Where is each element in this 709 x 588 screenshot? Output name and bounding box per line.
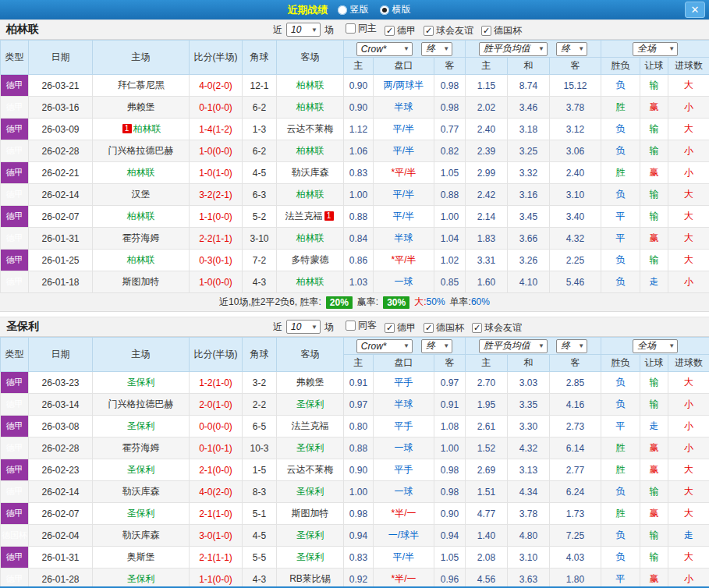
handicap-away-odds-cell: 0.98 [434,75,466,97]
cover-rate-label: 赢率: [357,296,378,309]
close-button[interactable]: ✕ [685,2,705,18]
avg-time-select[interactable]: 终 [556,339,587,353]
avg-odds-select[interactable]: 胜平负均值 [479,339,548,353]
avg-odds-select[interactable]: 胜平负均值 [479,42,548,56]
scope-select[interactable]: 全场 [633,339,678,353]
lose-odds-cell: 5.46 [550,271,601,293]
league-cell: 德甲 [1,569,29,588]
draw-odds-cell: 3.63 [508,569,550,588]
result-cell: 胜 [601,503,640,525]
matches-tbody: 德甲26-03-21拜仁慕尼黑4-0(2-0)12-1柏林联0.90两/两球半0… [1,75,709,293]
filter-checkbox-1[interactable]: ✓德甲 [385,321,416,335]
col-eu-home: 主 [466,355,508,372]
col-type: 类型 [1,41,29,75]
team-text: 柏林联 [296,101,324,112]
filter-checkbox-2[interactable]: ✓球会友谊 [424,24,473,37]
corner-cell: 1-5 [243,459,277,481]
checkbox-label: 同主 [358,22,377,35]
match-row: 德甲26-02-28霍芬海姆0-1(0-1)10-3圣保利0.88一球1.001… [1,437,709,459]
col-handicap-away: 客 [434,58,466,75]
chevron-down-icon [668,45,675,52]
goals-result-cell: 小 [668,394,709,416]
col-eu-home: 主 [466,58,508,75]
away-team-cell: 圣保利 [277,525,344,547]
odds-time-select[interactable]: 终 [421,42,452,56]
date-cell: 26-03-21 [29,75,93,97]
team-text: 云达不莱梅 [287,464,334,475]
draw-odds-cell: 3.78 [508,503,550,525]
corner-cell: 4-3 [243,271,277,293]
summary-bar: 近10场,胜2平2负6, 胜率:20%赢率:30%大:50%单率:60% [0,293,709,312]
score-cell: 0-1(0-1) [190,437,243,459]
match-row: 德甲26-01-28圣保利1-1(0-0)4-3RB莱比锡0.92*半/一0.9… [1,569,709,588]
scope-select[interactable]: 全场 [633,42,678,56]
date-cell: 26-02-07 [29,503,93,525]
match-row: 德甲26-03-16弗赖堡0-1(0-0)6-2柏林联0.90半球0.982.0… [1,97,709,119]
filter-checkbox-0[interactable]: 同主 [346,22,377,35]
result-cell: 平 [601,416,640,437]
handicap-result-cell: 赢 [640,503,668,525]
date-cell: 26-01-31 [29,547,93,569]
team-text: 门兴格拉德巴赫 [108,398,174,409]
result-cell: 平 [601,228,640,250]
lose-odds-cell: 3.06 [550,140,601,162]
win-odds-cell: 2.69 [466,459,508,481]
match-row: 德甲26-01-31霍芬海姆2-2(1-1)3-10柏林联0.84半球1.041… [1,228,709,250]
handicap-home-odds-cell: 0.90 [344,75,374,97]
team-name: 圣保利 [6,320,39,334]
win-odds-cell: 4.56 [466,569,508,588]
handicap-home-odds-cell: 0.80 [344,416,374,437]
home-team-cell: 汉堡 [93,184,190,206]
filter-checkbox-1[interactable]: ✓德甲 [385,24,416,37]
filter-checkbox-0[interactable]: 同客 [346,319,377,332]
titlebar: 近期战绩 竖版横版 ✕ [0,0,709,19]
win-odds-cell: 2.02 [466,97,508,119]
odds-time-select[interactable]: 终 [421,339,452,353]
home-team-cell: 圣保利 [93,569,190,588]
team-text: 弗赖堡 [296,377,324,388]
corner-cell: 5-5 [243,547,277,569]
match-row: 德甲26-03-091柏林联1-4(1-2)1-3云达不莱梅1.12平/半0.7… [1,119,709,140]
match-count-select[interactable]: 10 [286,23,321,37]
version-radios: 竖版横版 [338,3,422,16]
win-odds-cell: 1.15 [466,75,508,97]
home-team-cell: 门兴格拉德巴赫 [93,394,190,416]
checkbox-label: 德甲 [397,24,416,37]
league-filters: 同客✓德甲✓德国杯✓球会友谊 [338,319,522,335]
lose-odds-cell: 2.73 [550,416,601,437]
matches-tbody: 德甲26-03-23圣保利1-2(1-0)3-2弗赖堡0.91平手0.972.7… [1,372,709,588]
win-odds-cell: 1.51 [466,481,508,503]
col-goals: 进球数 [668,355,709,372]
home-team-cell: 门兴格拉德巴赫 [93,140,190,162]
draw-odds-cell: 3.45 [508,206,550,228]
team-text: 奥斯堡 [127,551,155,562]
filter-checkbox-2[interactable]: ✓德国杯 [424,321,464,335]
draw-odds-cell: 3.35 [508,394,550,416]
col-result: 胜负 [601,355,640,372]
team-text: 勒沃库森 [122,486,160,497]
layout-radio-0[interactable]: 竖版 [338,3,369,16]
match-row: 德甲26-03-14门兴格拉德巴赫2-0(1-0)2-2圣保利0.97半球0.9… [1,394,709,416]
filter-checkbox-3[interactable]: ✓德国杯 [481,24,522,37]
filter-checkbox-3[interactable]: ✓球会友谊 [472,321,522,335]
odds-company-select[interactable]: Crow* [356,42,413,56]
home-team-cell: 柏林联 [93,250,190,271]
avg-time-select[interactable]: 终 [556,42,587,56]
handicap-line-cell: 一球 [374,437,434,459]
corner-cell: 12-1 [243,75,277,97]
goals-result-cell: 小 [668,569,709,588]
match-row: 德甲26-02-28门兴格拉德巴赫1-0(0-0)6-2柏林联1.06平/半0.… [1,140,709,162]
col-eu-draw: 和 [508,355,550,372]
col-handicap-home: 主 [344,355,374,372]
score-cell: 1-4(1-2) [190,119,243,140]
team-text: 汉堡 [132,189,151,200]
handicap-result-cell: 走 [640,416,668,437]
layout-radio-1[interactable]: 横版 [380,3,411,16]
odds-company-select[interactable]: Crow* [356,339,413,353]
match-count-select[interactable]: 10 [286,320,321,334]
handicap-line-cell: 平/半 [374,547,434,569]
away-team-cell: 圣保利 [277,547,344,569]
scope-select-cell: 全场 [601,338,709,355]
goals-result-cell: 大 [668,184,709,206]
date-cell: 26-02-04 [29,525,93,547]
